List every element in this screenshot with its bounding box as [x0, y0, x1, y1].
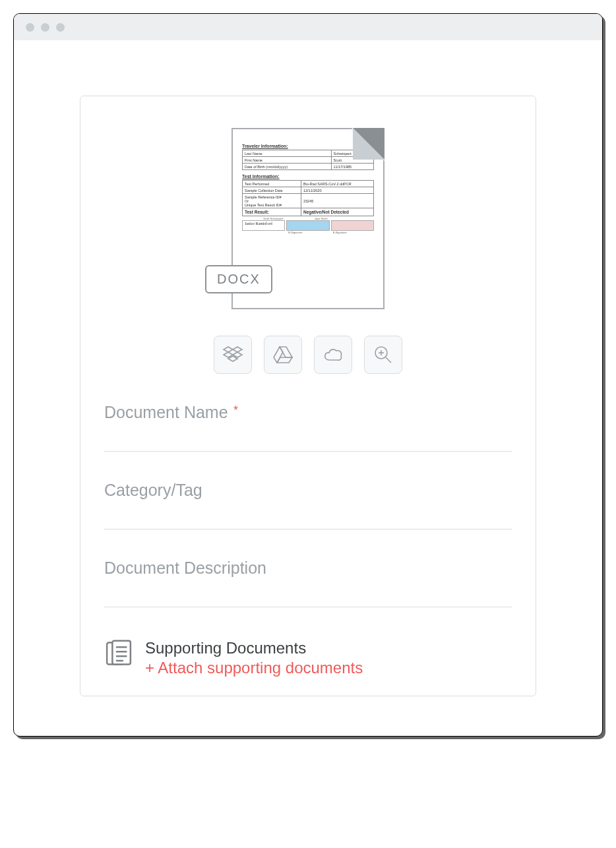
page-fold-icon — [352, 128, 385, 161]
google-drive-icon — [272, 344, 293, 365]
required-mark: * — [233, 404, 238, 417]
google-drive-button[interactable] — [264, 336, 302, 374]
preview-section-heading: Test Information: — [242, 174, 374, 179]
svg-line-1 — [386, 357, 391, 363]
file-type-badge: DOCX — [205, 265, 272, 293]
window-dot — [41, 23, 49, 32]
signature-box: E-Signature — [331, 220, 374, 231]
field-label: Category/Tag — [104, 481, 202, 499]
window-dot — [26, 23, 34, 32]
cloud-button[interactable] — [314, 336, 352, 374]
document-description-field[interactable]: Document Description — [104, 559, 512, 607]
source-toolbar — [104, 336, 512, 374]
signature-box: E-Signature Jane Smith — [286, 220, 329, 231]
supporting-documents-section: Supporting Documents + Attach supporting… — [104, 636, 512, 677]
supporting-title: Supporting Documents — [145, 639, 363, 657]
content-area: Traveler Information: Last NameSchwinper… — [14, 40, 602, 736]
zoom-in-icon — [373, 344, 394, 365]
test-table: Test PerformedBio-Rad SARS-CoV-2 ddPCR S… — [242, 180, 374, 216]
cloud-icon — [323, 344, 344, 365]
field-label: Document Description — [104, 559, 266, 577]
signature-row: Janice Ramisford Scott Schwinpert E-Sign… — [242, 220, 374, 231]
dropbox-button[interactable] — [214, 336, 252, 374]
attach-supporting-link[interactable]: + Attach supporting documents — [145, 659, 363, 677]
window-titlebar — [14, 14, 602, 40]
document-name-field[interactable]: Document Name * — [104, 403, 512, 452]
browser-frame: Traveler Information: Last NameSchwinper… — [13, 13, 603, 737]
signature-box: Janice Ramisford Scott Schwinpert — [242, 220, 285, 231]
category-tag-field[interactable]: Category/Tag — [104, 481, 512, 530]
window-dot — [56, 23, 65, 32]
zoom-button[interactable] — [364, 336, 402, 374]
document-icon — [104, 639, 133, 668]
dropbox-icon — [222, 344, 243, 365]
document-preview: Traveler Information: Last NameSchwinper… — [104, 128, 512, 309]
upload-card: Traveler Information: Last NameSchwinper… — [80, 96, 536, 696]
field-label: Document Name — [104, 403, 228, 421]
